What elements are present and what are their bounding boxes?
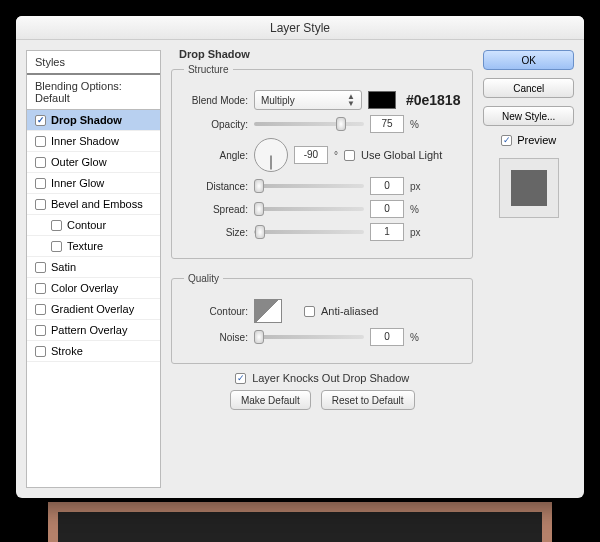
preview-label: Preview bbox=[517, 134, 556, 146]
size-label: Size: bbox=[184, 227, 248, 238]
style-item-label: Color Overlay bbox=[51, 282, 118, 294]
opacity-slider[interactable] bbox=[254, 122, 364, 126]
opacity-label: Opacity: bbox=[184, 119, 248, 130]
spread-slider[interactable] bbox=[254, 207, 364, 211]
contour-label: Contour: bbox=[184, 306, 248, 317]
title-bar: Layer Style bbox=[16, 16, 584, 40]
main-panel: Drop Shadow Structure Blend Mode: Multip… bbox=[169, 50, 476, 488]
distance-slider[interactable] bbox=[254, 184, 364, 188]
style-checkbox[interactable] bbox=[35, 199, 46, 210]
style-item-inner-shadow[interactable]: Inner Shadow bbox=[27, 131, 160, 152]
quality-legend: Quality bbox=[184, 273, 223, 284]
style-checkbox[interactable] bbox=[35, 346, 46, 357]
styles-list: Styles Blending Options: Default ✓Drop S… bbox=[26, 50, 161, 488]
size-input[interactable]: 1 bbox=[370, 223, 404, 241]
ok-button[interactable]: OK bbox=[483, 50, 574, 70]
preview-box bbox=[499, 158, 559, 218]
style-checkbox[interactable] bbox=[35, 304, 46, 315]
style-item-pattern-overlay[interactable]: Pattern Overlay bbox=[27, 320, 160, 341]
updown-icon: ▲▼ bbox=[347, 93, 355, 107]
angle-label: Angle: bbox=[184, 150, 248, 161]
hex-annotation: #0e1818 bbox=[406, 92, 461, 108]
antialias-label: Anti-aliased bbox=[321, 305, 378, 317]
panel-title: Drop Shadow bbox=[179, 48, 250, 60]
style-item-label: Texture bbox=[67, 240, 103, 252]
angle-input[interactable]: -90 bbox=[294, 146, 328, 164]
style-item-label: Drop Shadow bbox=[51, 114, 122, 126]
style-item-label: Outer Glow bbox=[51, 156, 107, 168]
blending-options[interactable]: Blending Options: Default bbox=[27, 75, 160, 110]
style-item-satin[interactable]: Satin bbox=[27, 257, 160, 278]
blend-mode-label: Blend Mode: bbox=[184, 95, 248, 106]
noise-slider[interactable] bbox=[254, 335, 364, 339]
style-item-bevel-and-emboss[interactable]: Bevel and Emboss bbox=[27, 194, 160, 215]
style-checkbox[interactable] bbox=[35, 178, 46, 189]
style-item-label: Bevel and Emboss bbox=[51, 198, 143, 210]
style-checkbox[interactable]: ✓ bbox=[35, 115, 46, 126]
style-item-label: Contour bbox=[67, 219, 106, 231]
new-style-button[interactable]: New Style... bbox=[483, 106, 574, 126]
spread-label: Spread: bbox=[184, 204, 248, 215]
style-item-label: Pattern Overlay bbox=[51, 324, 127, 336]
blend-mode-select[interactable]: Multiply ▲▼ bbox=[254, 90, 362, 110]
style-item-label: Satin bbox=[51, 261, 76, 273]
side-buttons: OK Cancel New Style... ✓ Preview bbox=[483, 50, 574, 488]
global-light-checkbox[interactable] bbox=[344, 150, 355, 161]
preview-checkbox[interactable]: ✓ bbox=[501, 135, 512, 146]
style-checkbox[interactable] bbox=[35, 283, 46, 294]
style-item-drop-shadow[interactable]: ✓Drop Shadow bbox=[27, 110, 160, 131]
antialias-checkbox[interactable] bbox=[304, 306, 315, 317]
style-checkbox[interactable] bbox=[51, 241, 62, 252]
layer-style-dialog: Layer Style Styles Blending Options: Def… bbox=[16, 16, 584, 498]
style-item-stroke[interactable]: Stroke bbox=[27, 341, 160, 362]
noise-input[interactable]: 0 bbox=[370, 328, 404, 346]
style-checkbox[interactable] bbox=[35, 262, 46, 273]
distance-label: Distance: bbox=[184, 181, 248, 192]
styles-header[interactable]: Styles bbox=[27, 51, 160, 75]
style-item-color-overlay[interactable]: Color Overlay bbox=[27, 278, 160, 299]
backdrop-frame bbox=[48, 502, 552, 542]
size-slider[interactable] bbox=[254, 230, 364, 234]
style-item-label: Inner Shadow bbox=[51, 135, 119, 147]
noise-label: Noise: bbox=[184, 332, 248, 343]
spread-input[interactable]: 0 bbox=[370, 200, 404, 218]
quality-group: Quality Contour: Anti-aliased Noise: 0 % bbox=[171, 273, 474, 364]
style-item-gradient-overlay[interactable]: Gradient Overlay bbox=[27, 299, 160, 320]
opacity-input[interactable]: 75 bbox=[370, 115, 404, 133]
knockout-checkbox[interactable]: ✓ bbox=[235, 373, 246, 384]
structure-group: Structure Blend Mode: Multiply ▲▼ #0e181… bbox=[171, 64, 474, 259]
distance-input[interactable]: 0 bbox=[370, 177, 404, 195]
cancel-button[interactable]: Cancel bbox=[483, 78, 574, 98]
global-light-label: Use Global Light bbox=[361, 149, 442, 161]
make-default-button[interactable]: Make Default bbox=[230, 390, 311, 410]
color-swatch[interactable] bbox=[368, 91, 396, 109]
style-item-label: Inner Glow bbox=[51, 177, 104, 189]
reset-default-button[interactable]: Reset to Default bbox=[321, 390, 415, 410]
style-checkbox[interactable] bbox=[35, 325, 46, 336]
knockout-label: Layer Knocks Out Drop Shadow bbox=[252, 372, 409, 384]
style-checkbox[interactable] bbox=[51, 220, 62, 231]
style-item-outer-glow[interactable]: Outer Glow bbox=[27, 152, 160, 173]
structure-legend: Structure bbox=[184, 64, 233, 75]
contour-picker[interactable] bbox=[254, 299, 282, 323]
angle-dial[interactable] bbox=[254, 138, 288, 172]
style-item-contour[interactable]: Contour bbox=[27, 215, 160, 236]
style-item-texture[interactable]: Texture bbox=[27, 236, 160, 257]
style-checkbox[interactable] bbox=[35, 157, 46, 168]
style-item-label: Gradient Overlay bbox=[51, 303, 134, 315]
style-item-label: Stroke bbox=[51, 345, 83, 357]
style-checkbox[interactable] bbox=[35, 136, 46, 147]
style-item-inner-glow[interactable]: Inner Glow bbox=[27, 173, 160, 194]
